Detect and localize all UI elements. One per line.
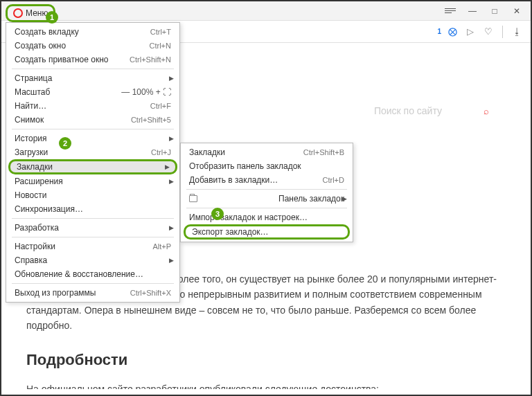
menu-item-18[interactable]: НастройкиAlt+P <box>6 240 179 253</box>
chevron-right-icon: ▶ <box>342 195 347 202</box>
menu-item-5[interactable]: Масштаб— 100% + ⛶ <box>6 85 179 99</box>
content-paragraph-2: На официальном сайте разработчики опубли… <box>26 381 506 389</box>
submenu-item-label: Закладки <box>189 147 225 157</box>
maximize-button[interactable]: □ <box>484 2 506 20</box>
menu-item-19[interactable]: Справка▶ <box>6 253 179 267</box>
menu-item-label: Страница <box>15 73 52 83</box>
menu-shortcut: Ctrl+T <box>150 28 171 36</box>
chevron-right-icon: ▶ <box>169 75 174 82</box>
submenu-item-6[interactable]: Импорт закладок и настроек… <box>181 210 353 224</box>
menu-item-label: Масштаб <box>15 87 50 97</box>
menu-item-10[interactable]: ЗагрузкиCtrl+J <box>6 145 179 159</box>
menu-item-label: Создать вкладку <box>15 27 79 37</box>
submenu-item-label: Экспорт закладок… <box>192 227 269 237</box>
menu-shortcut: Ctrl+Shift+X <box>130 289 171 297</box>
heart-icon[interactable]: ♡ <box>481 25 495 39</box>
menu-item-9[interactable]: История▶ <box>6 132 179 145</box>
menu-item-7[interactable]: СнимокCtrl+Shift+5 <box>6 113 179 127</box>
download-icon[interactable]: ⭳ <box>510 25 524 39</box>
menu-item-label: Синхронизация… <box>15 204 83 214</box>
menu-item-6[interactable]: Найти…Ctrl+F <box>6 99 179 113</box>
menu-shortcut: Ctrl+N <box>150 42 171 50</box>
opera-menu-label: Меню <box>26 8 48 18</box>
minimize-button[interactable]: — <box>461 2 484 20</box>
sidepanel-toggle-icon[interactable] <box>439 2 461 20</box>
submenu-item-label: Панель закладок <box>278 194 344 204</box>
menu-item-label: Найти… <box>15 101 46 111</box>
menu-item-label: Настройки <box>15 242 55 251</box>
submenu-item-2[interactable]: Добавить в закладки…Ctrl+D <box>181 173 353 187</box>
window-header: — □ ✕ <box>1 1 531 21</box>
step-badge-1: 1 <box>46 11 58 24</box>
menu-item-16[interactable]: Разработка▶ <box>6 221 179 235</box>
chevron-right-icon: ▶ <box>169 178 174 185</box>
menu-item-label: Разработка <box>15 223 59 233</box>
vpn-icon[interactable]: ▷ <box>463 25 477 39</box>
submenu-item-label: Импорт закладок и настроек… <box>189 213 308 222</box>
submenu-item-1[interactable]: Отобразить панель закладок <box>181 159 353 173</box>
zoom-controls[interactable]: — 100% + ⛶ <box>121 87 171 97</box>
menu-item-label: Создать окно <box>15 41 66 51</box>
submenu-item-label: Добавить в закладки… <box>189 175 278 185</box>
menu-item-2[interactable]: Создать приватное окноCtrl+Shift+N <box>6 53 179 66</box>
chevron-right-icon: ▶ <box>169 224 174 231</box>
blocker-count: 1 <box>437 28 441 35</box>
step-badge-2: 2 <box>59 137 71 150</box>
step-badge-3: 3 <box>211 208 224 220</box>
menu-item-0[interactable]: Создать вкладкуCtrl+T <box>6 25 179 39</box>
menu-shortcut: Alt+P <box>152 242 171 251</box>
menu-item-20[interactable]: Обновление & восстановление… <box>6 267 179 281</box>
chevron-right-icon: ▶ <box>169 135 174 142</box>
menu-item-label: Справка <box>15 255 47 265</box>
close-button[interactable]: ✕ <box>506 2 528 20</box>
bookmarks-submenu: ЗакладкиCtrl+Shift+BОтобразить панель за… <box>180 143 353 242</box>
menu-shortcut: Ctrl+Shift+N <box>130 55 171 64</box>
menu-shortcut: Ctrl+Shift+5 <box>131 116 171 124</box>
menu-item-label: Загрузки <box>15 147 48 157</box>
menu-item-label: Расширения <box>15 177 63 186</box>
menu-item-14[interactable]: Синхронизация… <box>6 202 179 216</box>
menu-shortcut: Ctrl+D <box>323 176 344 184</box>
menu-shortcut: Ctrl+J <box>151 148 171 156</box>
submenu-item-label: Отобразить панель закладок <box>189 161 301 171</box>
chevron-right-icon: ▶ <box>165 163 170 170</box>
menu-item-12[interactable]: Расширения▶ <box>6 174 179 188</box>
submenu-item-7[interactable]: Экспорт закладок… <box>184 224 350 240</box>
menu-item-label: Закладки <box>17 162 53 172</box>
chevron-right-icon: ▶ <box>169 257 174 264</box>
menu-item-label: Новости <box>15 190 46 200</box>
menu-item-13[interactable]: Новости <box>6 188 179 202</box>
menu-item-label: Создать приватное окно <box>15 55 109 64</box>
menu-item-4[interactable]: Страница▶ <box>6 71 179 85</box>
menu-item-label: Обновление & восстановление… <box>15 269 143 279</box>
adblock-icon[interactable]: ⨂ <box>445 25 459 39</box>
content-heading: Подробности <box>26 348 506 372</box>
opera-logo-icon <box>13 8 23 18</box>
menu-item-label: Снимок <box>15 115 44 125</box>
menu-item-11[interactable]: Закладки▶ <box>8 159 177 174</box>
menu-item-22[interactable]: Выход из программыCtrl+Shift+X <box>6 286 179 300</box>
menu-shortcut: Ctrl+F <box>150 102 171 110</box>
main-menu: Создать вкладкуCtrl+TСоздать окноCtrl+NС… <box>6 22 180 303</box>
folder-icon <box>189 195 197 202</box>
browser-window: — □ ✕ Меню 1 1 ⨂ ▷ ♡ ⭳ Создать вкладкуCt… <box>0 0 532 396</box>
menu-item-1[interactable]: Создать окноCtrl+N <box>6 39 179 53</box>
menu-item-label: Выход из программы <box>15 288 96 298</box>
submenu-item-0[interactable]: ЗакладкиCtrl+Shift+B <box>181 145 353 159</box>
submenu-item-4[interactable]: Панель закладок▶ <box>181 192 353 206</box>
menu-item-label: История <box>15 134 47 143</box>
menu-shortcut: Ctrl+Shift+B <box>303 148 344 156</box>
